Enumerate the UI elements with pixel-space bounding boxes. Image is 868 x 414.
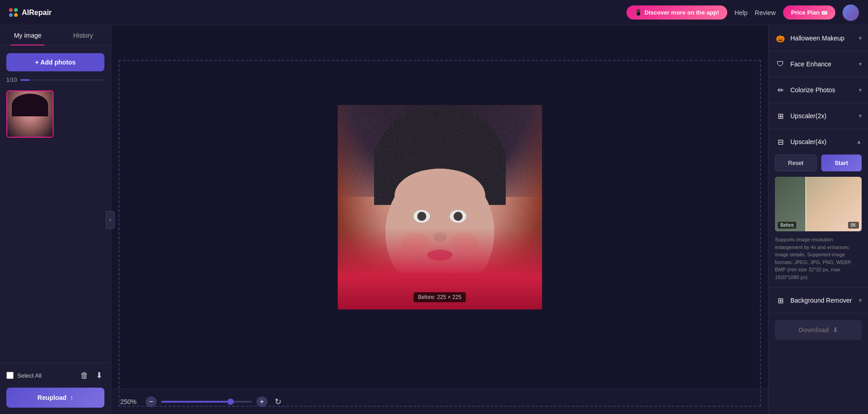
right-panel: 🎃 Halloween Makeup ▾ 🛡 Face Enhance ▾ ✏ … (768, 25, 868, 414)
preview-divider (805, 177, 806, 231)
photo-progress-bar (20, 79, 104, 81)
reset-view-button[interactable]: ↻ (275, 397, 281, 407)
sidebar-tabs: My image History (0, 25, 111, 46)
zoom-in-button[interactable]: + (256, 396, 267, 407)
colorize-chevron-icon: ▾ (859, 87, 862, 93)
upscaler2x-chevron-icon: ▾ (859, 113, 862, 119)
canvas-main: Before: 225 × 225 (111, 25, 768, 389)
tool-upscaler-4x: ⊟ Upscaler(4x) ▲ Reset Start Before 8K S… (769, 129, 868, 288)
upscaler2x-label: Upscaler(2x) (790, 112, 854, 120)
avatar[interactable] (843, 5, 859, 21)
preview-before-label: Before (778, 222, 796, 229)
photo-thumbnail[interactable] (6, 90, 54, 138)
main-image (338, 105, 542, 309)
select-all-checkbox[interactable] (6, 372, 14, 379)
sidebar-bottom-bar: Select All 🗑 ⬇ (0, 363, 111, 388)
image-size-label: Before: 225 × 225 (414, 292, 466, 302)
upscaler2x-icon: ⊞ (775, 110, 786, 121)
canvas-toolbar: 250% − + ↻ (111, 389, 768, 414)
help-button[interactable]: Help (735, 9, 748, 16)
upload-icon: ↑ (70, 394, 73, 401)
halloween-label: Halloween Makeup (790, 35, 854, 42)
tool-header-halloween[interactable]: 🎃 Halloween Makeup ▾ (769, 25, 868, 51)
logo-icon (9, 8, 18, 17)
svg-rect-11 (360, 273, 519, 309)
collapse-sidebar-button[interactable]: ‹ (106, 211, 115, 229)
upscaler4x-expanded: Reset Start Before 8K Supports image res… (769, 155, 868, 287)
logo-area: AIRepair (9, 8, 52, 17)
thumbnail-image (7, 91, 53, 137)
header: AIRepair 📱 Discover more on the app! Hel… (0, 0, 868, 25)
tab-history[interactable]: History (55, 25, 111, 45)
tool-face-enhance[interactable]: 🛡 Face Enhance ▾ (769, 51, 868, 77)
photo-progress-fill (20, 79, 29, 81)
upscaler4x-chevron-icon: ▲ (856, 139, 862, 145)
tool-colorize[interactable]: ✏ Colorize Photos ▾ (769, 77, 868, 103)
add-photos-button[interactable]: + Add photos (6, 53, 104, 71)
left-sidebar: My image History + Add photos 1/10 Selec… (0, 25, 111, 414)
tab-my-image[interactable]: My image (0, 25, 55, 45)
tool-background-remover[interactable]: ⊞ Background Remover ▾ (769, 288, 868, 314)
bg-remover-label: Background Remover (790, 297, 854, 304)
svg-point-12 (401, 232, 429, 250)
colorize-label: Colorize Photos (790, 86, 854, 94)
tool-halloween-makeup[interactable]: 🎃 Halloween Makeup ▾ (769, 25, 868, 51)
upscaler4x-reset-button[interactable]: Reset (775, 155, 817, 171)
preview-8k-label: 8K (848, 222, 859, 229)
face-enhance-label: Face Enhance (790, 60, 854, 68)
tool-header-face[interactable]: 🛡 Face Enhance ▾ (769, 51, 868, 77)
zoom-slider-fill (161, 401, 229, 403)
upscaler4x-icon: ⊟ (775, 136, 786, 147)
delete-button[interactable]: 🗑 (79, 369, 90, 382)
zoom-control: − + (146, 396, 267, 407)
canvas-area: Before: 225 × 225 250% − + ↻ (111, 25, 768, 414)
photo-count-area: 1/10 (0, 75, 111, 87)
download-button[interactable]: Download ⬇ (775, 320, 862, 340)
colorize-icon: ✏ (775, 85, 786, 95)
tool-upscaler-2x[interactable]: ⊞ Upscaler(2x) ▾ (769, 103, 868, 129)
bg-remover-icon: ⊞ (775, 295, 786, 306)
face-svg (338, 105, 542, 309)
reupload-button[interactable]: Reupload ↑ (6, 388, 104, 408)
tool-header-upscaler2x[interactable]: ⊞ Upscaler(2x) ▾ (769, 103, 868, 129)
svg-point-10 (427, 249, 453, 260)
zoom-slider[interactable] (161, 401, 252, 403)
upscaler4x-description: Supports image resolution enlargement by… (775, 236, 862, 281)
upscaler4x-preview: Before 8K (775, 177, 862, 231)
main-layout: My image History + Add photos 1/10 Selec… (0, 25, 868, 414)
tool-header-upscaler4x[interactable]: ⊟ Upscaler(4x) ▲ (769, 129, 868, 155)
upscaler4x-start-button[interactable]: Start (821, 155, 862, 171)
download-icon: ⬇ (833, 326, 838, 334)
svg-rect-14 (338, 105, 542, 309)
svg-point-13 (451, 232, 478, 250)
zoom-out-button[interactable]: − (146, 396, 157, 407)
halloween-icon: 🎃 (775, 33, 786, 44)
halloween-chevron-icon: ▾ (859, 35, 862, 41)
upscaler4x-actions: Reset Start (775, 155, 862, 171)
upscaler4x-label: Upscaler(4x) (790, 138, 852, 145)
select-all-label: Select All (17, 372, 75, 379)
tool-header-colorize[interactable]: ✏ Colorize Photos ▾ (769, 77, 868, 103)
photo-grid (0, 87, 111, 363)
face-enhance-icon: 🛡 (775, 59, 786, 70)
price-plan-button[interactable]: Price Plan 🎟 (783, 5, 835, 20)
svg-point-9 (433, 232, 447, 241)
tool-header-bg-remover[interactable]: ⊞ Background Remover ▾ (769, 288, 868, 313)
app-name: AIRepair (22, 9, 52, 17)
mobile-icon: 📱 (635, 9, 642, 16)
discover-button[interactable]: 📱 Discover more on the app! (626, 5, 727, 20)
face-enhance-chevron-icon: ▾ (859, 61, 862, 67)
zoom-level: 250% (120, 398, 138, 405)
review-button[interactable]: Review (755, 9, 776, 16)
image-container: Before: 225 × 225 (338, 105, 542, 309)
bg-remover-chevron-icon: ▾ (859, 297, 862, 304)
zoom-slider-thumb[interactable] (227, 399, 234, 405)
download-all-button[interactable]: ⬇ (94, 369, 104, 382)
